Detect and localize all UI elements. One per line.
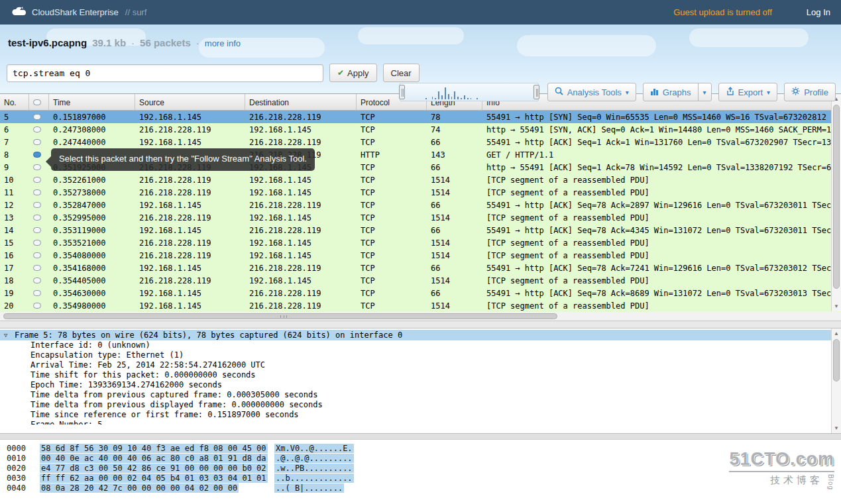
timeline-bar: [445, 87, 446, 99]
packet-row-16[interactable]: 160.354080000216.218.228.119192.168.1.14…: [0, 249, 841, 262]
timeline-bars: [406, 85, 532, 99]
comment-cell: [29, 174, 49, 186]
analysis-tools-label: Analysis Tools: [567, 87, 622, 97]
packet-row-10[interactable]: 100.352261000216.218.228.119192.168.1.14…: [0, 174, 841, 186]
packet-table-body: 50.151897000192.168.1.145216.218.228.119…: [0, 111, 841, 312]
packet-row-11[interactable]: 110.352738000216.218.228.119192.168.1.14…: [0, 186, 841, 199]
comment-icon[interactable]: [33, 252, 41, 258]
column-header-source[interactable]: Source: [135, 94, 245, 110]
hex-ascii: Xm.V0..@......E.: [274, 444, 354, 453]
detail-line[interactable]: Time since reference or first frame: 0.1…: [0, 410, 841, 420]
packet-cell: [TCP segment of a reassembled PDU]: [482, 249, 841, 262]
packet-row-5[interactable]: 50.151897000192.168.1.145216.218.228.119…: [0, 111, 841, 123]
packet-row-12[interactable]: 120.352847000192.168.1.145216.218.228.11…: [0, 199, 841, 211]
column-header-comments[interactable]: [29, 94, 49, 110]
hex-row[interactable]: 001000 40 0e ac 40 00 40 06 ac 80 c0 a8 …: [7, 454, 841, 464]
packet-row-15[interactable]: 150.353521000216.218.228.119192.168.1.14…: [0, 236, 841, 249]
login-link[interactable]: Log In: [807, 7, 830, 17]
comment-icon[interactable]: [33, 177, 41, 183]
detail-line[interactable]: Time delta from previous captured frame:…: [0, 390, 841, 400]
packet-cell: 216.218.228.119: [245, 199, 357, 211]
comment-icon[interactable]: [33, 152, 41, 158]
hex-row[interactable]: 0020e4 77 d8 c3 00 50 42 86 ce 91 00 00 …: [7, 464, 841, 474]
comment-icon[interactable]: [33, 189, 41, 195]
horizontal-scrollbar-thumb[interactable]: [3, 313, 557, 319]
column-header-destination[interactable]: Destination: [245, 94, 357, 110]
display-filter-input[interactable]: [7, 64, 323, 82]
hex-row[interactable]: 004008 0a 28 20 42 7c 00 00 00 00 04 02 …: [7, 483, 841, 493]
packet-cell: 55491 → http [ACK] Seq=1 Ack=1 Win=13176…: [482, 136, 841, 148]
chevron-down-icon: ▾: [703, 89, 706, 96]
watermark: 51CTO.com 技术博客 Blog: [729, 449, 834, 490]
comment-icon[interactable]: [33, 164, 41, 170]
packet-row-6[interactable]: 60.247308000216.218.228.119192.168.1.145…: [0, 123, 841, 136]
packet-cell: TCP: [357, 236, 427, 249]
packet-row-14[interactable]: 140.353119000192.168.1.145216.218.228.11…: [0, 224, 841, 236]
scrollbar-thumb[interactable]: [833, 105, 840, 289]
comment-icon[interactable]: [33, 227, 41, 233]
packet-cell: 55491 → http [ACK] Seq=78 Ack=8689 Win=1…: [482, 287, 841, 299]
comment-icon[interactable]: [33, 126, 41, 132]
packet-row-20[interactable]: 200.354980000192.168.1.145216.218.228.11…: [0, 299, 841, 312]
comment-cell: [29, 199, 49, 211]
timeline-right-handle[interactable]: [533, 85, 539, 99]
scroll-up-icon[interactable]: ▲: [832, 330, 841, 336]
column-header-no[interactable]: No.: [0, 94, 29, 110]
comment-icon[interactable]: [33, 240, 41, 246]
packet-row-18[interactable]: 180.354405000216.218.228.119192.168.1.14…: [0, 274, 841, 287]
comment-icon[interactable]: [33, 303, 41, 309]
capture-timeline[interactable]: [400, 83, 539, 101]
timeline-bar: [471, 98, 472, 99]
packet-cell: 216.218.228.119: [135, 211, 245, 224]
packet-row-17[interactable]: 170.354168000192.168.1.145216.218.228.11…: [0, 262, 841, 274]
scrollbar-thumb[interactable]: [833, 339, 840, 381]
detail-line[interactable]: Time shift for this packet: 0.000000000 …: [0, 370, 841, 380]
packet-cell: TCP: [357, 123, 427, 136]
timeline-left-handle[interactable]: [399, 85, 405, 99]
apply-filter-button[interactable]: ✔ Apply: [329, 64, 377, 82]
horizontal-scrollbar[interactable]: [0, 311, 841, 321]
clear-filter-button[interactable]: Clear: [383, 64, 420, 82]
comment-cell: [29, 111, 49, 123]
analysis-tools-button[interactable]: Analysis Tools ▾: [547, 83, 636, 101]
export-button[interactable]: Export ▾: [718, 83, 778, 101]
detail-line[interactable]: Epoch Time: 1393369134.274162000 seconds: [0, 380, 841, 390]
comment-icon[interactable]: [33, 277, 41, 283]
packet-row-7[interactable]: 70.247440000192.168.1.145216.218.228.119…: [0, 136, 841, 148]
comment-cell: [29, 123, 49, 136]
scroll-down-icon[interactable]: ▼: [832, 425, 841, 431]
packet-details: ▽ Frame 5: 78 bytes on wire (624 bits), …: [0, 328, 841, 433]
detail-summary-line[interactable]: ▽ Frame 5: 78 bytes on wire (624 bits), …: [0, 330, 841, 340]
comment-icon[interactable]: [33, 139, 41, 145]
clear-label: Clear: [391, 68, 412, 78]
graphs-button[interactable]: Graphs: [643, 83, 699, 101]
packet-cell: 1514: [427, 211, 482, 224]
packet-cell: 11: [0, 186, 29, 199]
detail-line[interactable]: Interface id: 0 (unknown): [0, 340, 841, 350]
packet-list-scrollbar[interactable]: ▲ ▼: [831, 94, 841, 311]
packet-cell: 18: [0, 274, 29, 287]
more-info-link[interactable]: more info: [205, 38, 241, 48]
hex-row[interactable]: 000058 6d 8f 56 30 09 10 40 f3 ae ed f8 …: [7, 444, 841, 454]
packet-row-13[interactable]: 130.352995000216.218.228.119192.168.1.14…: [0, 211, 841, 224]
comment-icon[interactable]: [33, 114, 41, 120]
detail-line[interactable]: Frame Number: 5: [0, 420, 841, 425]
expand-triangle-icon[interactable]: ▽: [4, 330, 7, 340]
comment-icon[interactable]: [33, 290, 41, 296]
detail-line[interactable]: Encapsulation type: Ethernet (1): [0, 350, 841, 360]
details-scrollbar[interactable]: ▲ ▼: [831, 328, 841, 433]
pane-splitter-bottom[interactable]: [0, 433, 841, 440]
detail-line[interactable]: Arrival Time: Feb 25, 2014 22:58:54.2741…: [0, 360, 841, 370]
hex-row[interactable]: 0030ff ff 62 aa 00 00 02 04 05 b4 01 03 …: [7, 474, 841, 483]
profile-button[interactable]: Profile: [784, 83, 836, 101]
comment-icon[interactable]: [33, 265, 41, 271]
scroll-down-icon[interactable]: ▼: [832, 303, 841, 309]
comment-icon[interactable]: [33, 202, 41, 208]
packet-row-19[interactable]: 190.354630000192.168.1.145216.218.228.11…: [0, 287, 841, 299]
detail-line[interactable]: Time delta from previous displayed frame…: [0, 400, 841, 410]
column-header-time[interactable]: Time: [49, 94, 135, 110]
pane-splitter-top[interactable]: [0, 321, 841, 328]
hex-offset: 0020: [7, 464, 32, 474]
comment-icon[interactable]: [33, 215, 41, 221]
graphs-dropdown-button[interactable]: ▾: [698, 83, 712, 101]
